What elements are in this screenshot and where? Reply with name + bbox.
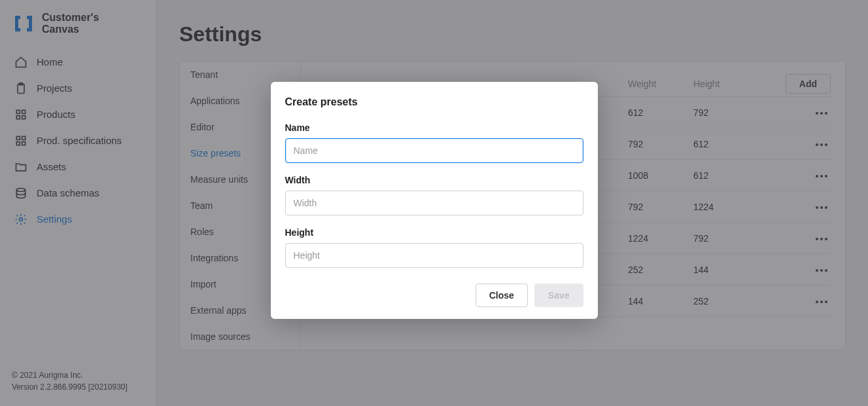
name-label: Name <box>285 122 583 133</box>
modal-overlay[interactable]: Create presets Name Width Height Close S… <box>0 0 868 406</box>
width-label: Width <box>285 175 583 185</box>
modal-title: Create presets <box>285 96 583 108</box>
height-label: Height <box>285 227 583 238</box>
name-input[interactable] <box>285 138 583 163</box>
width-input[interactable] <box>285 191 583 215</box>
modal-actions: Close Save <box>285 284 583 307</box>
close-button[interactable]: Close <box>476 284 528 307</box>
create-preset-modal: Create presets Name Width Height Close S… <box>271 82 598 319</box>
height-input[interactable] <box>285 243 583 268</box>
save-button[interactable]: Save <box>534 284 583 307</box>
